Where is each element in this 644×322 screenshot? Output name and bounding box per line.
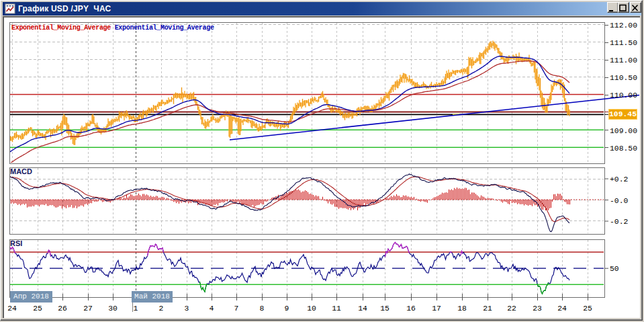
svg-text:8: 8 xyxy=(260,305,265,313)
svg-text:-0.2: -0.2 xyxy=(610,218,629,226)
svg-text:4: 4 xyxy=(210,305,214,313)
svg-text:18: 18 xyxy=(457,305,467,313)
svg-text:21: 21 xyxy=(483,305,492,313)
svg-text:110.00: 110.00 xyxy=(610,91,637,99)
svg-text:111.50: 111.50 xyxy=(610,39,637,47)
svg-text:26: 26 xyxy=(58,305,67,313)
svg-text:14: 14 xyxy=(358,305,367,313)
svg-text:7: 7 xyxy=(234,305,239,313)
svg-text:11: 11 xyxy=(332,305,341,313)
svg-text:10: 10 xyxy=(307,305,316,313)
svg-text:9: 9 xyxy=(285,305,289,313)
svg-text:24: 24 xyxy=(557,305,567,313)
svg-text:111.00: 111.00 xyxy=(610,56,637,65)
svg-text:24: 24 xyxy=(7,305,17,313)
svg-text:3: 3 xyxy=(185,305,189,313)
svg-text:23: 23 xyxy=(533,305,542,313)
svg-text:2: 2 xyxy=(159,305,164,313)
svg-text:109.00: 109.00 xyxy=(610,127,637,135)
svg-text:110.50: 110.50 xyxy=(610,74,637,82)
svg-text:112.00: 112.00 xyxy=(610,22,637,30)
svg-text:+0.2: +0.2 xyxy=(610,175,629,184)
svg-text:15: 15 xyxy=(380,305,389,313)
svg-text:25: 25 xyxy=(583,305,592,313)
svg-text:108.50: 108.50 xyxy=(610,145,637,153)
svg-text:-0.0: -0.0 xyxy=(610,197,629,205)
svg-text:25: 25 xyxy=(33,305,42,313)
svg-text:30: 30 xyxy=(108,305,118,313)
svg-text:50: 50 xyxy=(610,265,619,273)
svg-text:17: 17 xyxy=(432,305,441,313)
svg-text:1: 1 xyxy=(134,305,138,313)
svg-text:16: 16 xyxy=(406,305,416,313)
svg-text:27: 27 xyxy=(83,305,93,313)
svg-text:22: 22 xyxy=(507,305,516,313)
